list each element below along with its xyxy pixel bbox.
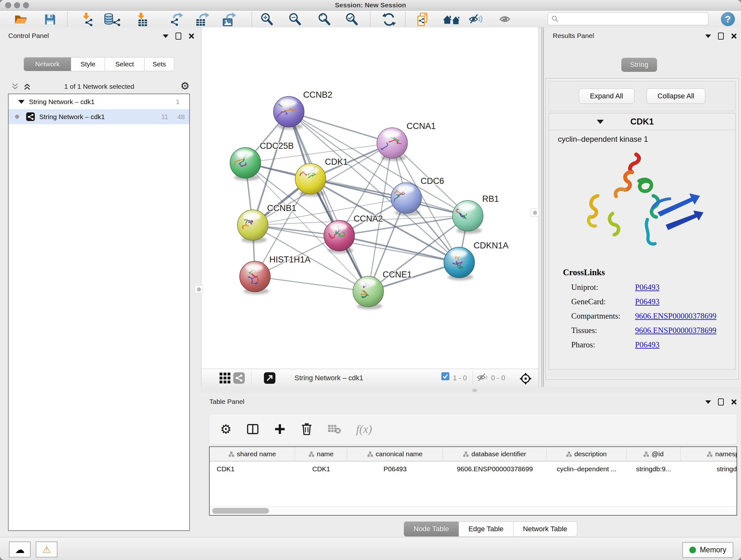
export-image-icon[interactable] <box>222 12 237 27</box>
panel-menu-icon[interactable] <box>705 400 711 404</box>
table-cell[interactable]: stringdb <box>681 465 737 473</box>
table-cell[interactable]: cyclin–dependent ... <box>547 465 626 473</box>
update-network-icon[interactable] <box>382 12 396 27</box>
network-edge-CCNB2-RB1[interactable] <box>289 112 468 216</box>
grid-view-icon[interactable] <box>219 372 231 385</box>
tab-style[interactable]: Style <box>71 57 105 71</box>
column-header-@id[interactable]: @id <box>626 447 681 461</box>
network-collection-row[interactable]: String Network – cdk1 1 <box>9 94 189 109</box>
delete-table-icon[interactable] <box>327 424 341 435</box>
column-header-namespace[interactable]: namespace <box>681 447 737 461</box>
show-columns-icon[interactable] <box>246 423 259 435</box>
right-splitter-handle[interactable] <box>531 208 539 217</box>
network-edge-CCNB2-CCNE1[interactable] <box>289 112 368 292</box>
network-node-HIST1H1A[interactable]: HIST1H1A <box>240 255 311 294</box>
network-view-share-icon[interactable] <box>233 372 245 385</box>
zoom-fit-icon[interactable] <box>317 12 332 27</box>
table-cell[interactable]: stringdb:9... <box>626 465 681 473</box>
zoom-selected-icon[interactable] <box>345 12 359 27</box>
hidden-eye-slash-icon[interactable] <box>476 372 488 384</box>
help-icon[interactable]: ? <box>721 12 735 26</box>
column-header-database-identifier[interactable]: database identifier <box>443 447 547 461</box>
network-node-CDC6[interactable]: CDC6 <box>391 176 444 216</box>
delete-column-icon[interactable] <box>300 422 313 436</box>
panel-close-icon[interactable] <box>731 33 737 39</box>
column-header-description[interactable]: description <box>547 447 626 461</box>
panel-menu-icon[interactable] <box>163 35 169 38</box>
network-row-selected[interactable]: String Network – cdk1 11 48 <box>9 109 189 124</box>
tab-string[interactable]: String <box>621 58 657 72</box>
crosslink-link[interactable]: P06493 <box>635 283 659 292</box>
table-cell[interactable]: 9606.ENSP00000378699 <box>443 465 547 473</box>
left-splitter-handle[interactable] <box>195 285 203 294</box>
clone-network-icon[interactable] <box>415 12 430 27</box>
tab-sets[interactable]: Sets <box>144 57 174 71</box>
crosslink-link[interactable]: 9606.ENSP00000378699 <box>635 312 717 320</box>
tab-network[interactable]: Network <box>23 57 71 71</box>
panel-float-icon[interactable] <box>718 398 724 406</box>
network-edge-CCNB2-CCNA1[interactable] <box>289 112 392 143</box>
export-network-icon[interactable] <box>169 12 184 27</box>
hidden-count: 0 - 0 <box>491 374 505 382</box>
table-cell[interactable]: CDK1 <box>210 465 295 473</box>
vertical-splitter[interactable] <box>542 27 544 387</box>
panel-close-icon[interactable] <box>188 33 194 39</box>
zoom-out-icon[interactable] <box>288 12 302 27</box>
warning-icon[interactable]: ⚠ <box>36 542 57 557</box>
crosslink-link[interactable]: P06493 <box>635 340 659 349</box>
birdseye-pan-icon[interactable] <box>519 372 532 386</box>
gear-icon[interactable]: ⚙ <box>180 81 190 91</box>
tree-expand-icon[interactable] <box>18 100 24 104</box>
network-edge-HIST1H1A-CCNE1[interactable] <box>255 276 368 292</box>
column-header-canonical-name[interactable]: canonical name <box>347 447 443 461</box>
panel-float-icon[interactable] <box>176 33 181 40</box>
string-home-icon[interactable] <box>442 12 461 27</box>
search-input[interactable] <box>561 15 708 23</box>
create-column-icon[interactable] <box>274 423 286 435</box>
network-canvas[interactable]: CCNB2CCNA1CDC25BCDK1CDC6RB1CCNB1CCNA2CDK… <box>201 27 539 369</box>
crosslinks-title: CrossLinks <box>563 267 735 277</box>
tab-network-table[interactable]: Network Table <box>513 521 577 537</box>
network-node-CCNB1[interactable]: CCNB1 <box>238 203 296 243</box>
column-header-shared-name[interactable]: shared name <box>210 447 295 461</box>
show-eye-icon[interactable] <box>499 12 514 27</box>
detach-view-icon[interactable] <box>264 372 275 385</box>
tab-node-table[interactable]: Node Table <box>404 521 459 537</box>
export-table-icon[interactable] <box>195 12 210 27</box>
network-column-icon <box>309 451 314 457</box>
horizontal-splitter[interactable] <box>201 387 741 393</box>
open-session-icon[interactable] <box>13 12 28 27</box>
selected-checkbox-icon[interactable] <box>441 372 449 381</box>
tab-select[interactable]: Select <box>105 57 145 71</box>
panel-menu-icon[interactable] <box>705 35 711 38</box>
crosslink-link[interactable]: 9606.ENSP00000378699 <box>635 326 717 335</box>
expand-all-button[interactable]: Expand All <box>579 88 634 104</box>
node-count: 11 <box>151 113 168 121</box>
scrollbar-thumb[interactable] <box>212 508 269 514</box>
table-cell[interactable]: P06493 <box>347 465 443 473</box>
panel-float-icon[interactable] <box>718 33 724 40</box>
crosslink-row: Uniprot:P06493 <box>571 283 735 292</box>
panel-close-icon[interactable] <box>731 399 737 405</box>
table-cell[interactable]: CDK1 <box>295 465 347 473</box>
table-row[interactable]: CDK1CDK1P064939606.ENSP00000378699cyclin… <box>210 461 737 477</box>
import-table-icon[interactable] <box>134 12 149 27</box>
horizontal-scrollbar[interactable] <box>210 506 737 515</box>
save-session-icon[interactable] <box>43 12 57 27</box>
import-network-icon[interactable] <box>79 12 94 27</box>
column-header-name[interactable]: name <box>295 447 347 461</box>
network-node-RB1[interactable]: RB1 <box>453 194 499 234</box>
table-gear-icon[interactable]: ⚙ <box>220 424 232 434</box>
zoom-in-icon[interactable] <box>260 12 274 27</box>
memory-button[interactable]: Memory <box>682 542 733 558</box>
function-builder-icon[interactable]: f(x) <box>356 422 372 436</box>
collapse-all-button[interactable]: Collapse All <box>647 88 705 104</box>
network-node-CDKN1A[interactable]: CDKN1A <box>444 241 509 280</box>
network-node-CCNA1[interactable]: CCNA1 <box>377 121 436 161</box>
crosslink-label: Uniprot: <box>571 283 635 292</box>
tab-edge-table[interactable]: Edge Table <box>459 521 514 537</box>
hide-glass-eye-icon[interactable] <box>468 12 483 27</box>
import-network-database-icon[interactable] <box>103 12 121 27</box>
cloud-icon[interactable]: ☁ <box>9 542 30 557</box>
crosslink-link[interactable]: P06493 <box>635 297 659 306</box>
